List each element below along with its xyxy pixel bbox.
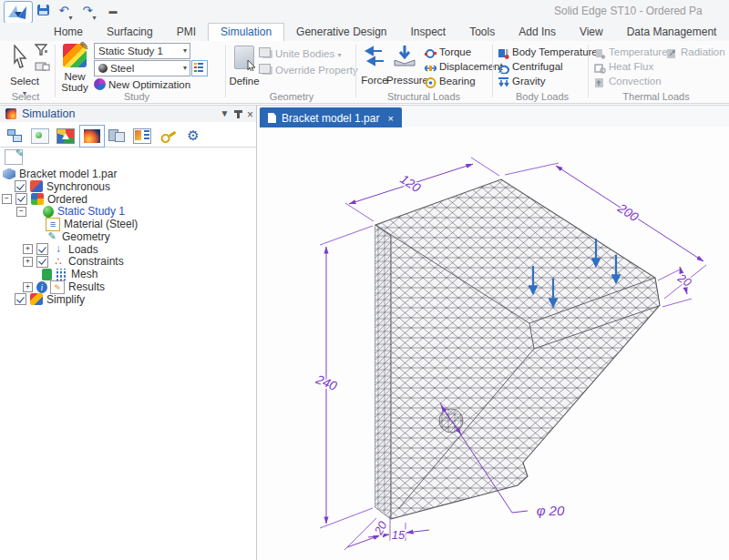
ribbon-tab-surfacing[interactable]: Surfacing — [95, 24, 165, 41]
edit-study-definition-icon[interactable] — [5, 149, 23, 165]
material-table-button[interactable] — [191, 60, 208, 76]
body-loads-group-label: Body Loads — [501, 91, 583, 102]
new-study-label[interactable]: New Study — [53, 71, 97, 93]
dim-top-width: 120 — [397, 171, 423, 195]
solid-edge-logo — [7, 4, 29, 21]
tree-item-label: Material (Steel) — [63, 218, 138, 230]
define-icon — [234, 46, 254, 69]
new-study-icon — [63, 44, 87, 67]
unite-bodies-button: Unite Bodies ▾ — [259, 47, 341, 61]
panel-header: Simulation ▼ × — [0, 106, 256, 122]
select-filter-icon[interactable] — [35, 44, 49, 60]
new-study-button[interactable] — [63, 44, 87, 67]
torque-button[interactable]: Torque — [425, 46, 471, 60]
expand-icon[interactable]: + — [23, 244, 33, 254]
panel-tab-layers[interactable] — [105, 125, 128, 146]
checkbox-checked[interactable] — [36, 256, 48, 268]
bearing-icon — [425, 77, 436, 88]
ribbon-tab-tools[interactable]: Tools — [457, 24, 507, 41]
undo-button[interactable]: ↶▾ — [55, 3, 73, 19]
panel-toolbar — [0, 148, 256, 167]
gravity-button[interactable]: Gravity — [498, 76, 545, 89]
tree-item-ordered[interactable]: −Ordered — [0, 193, 256, 206]
ribbon: Select▾ Select New Study Static Study 1▾… — [0, 41, 729, 104]
body-temperature-button[interactable]: Body Temperature — [498, 46, 598, 60]
collapse-icon[interactable]: − — [16, 207, 26, 217]
convection-icon — [594, 77, 606, 88]
select-box-icon[interactable] — [35, 60, 51, 76]
centrifugal-icon — [498, 63, 509, 74]
pressure-label[interactable]: Pressure — [386, 75, 426, 86]
study-select[interactable]: Static Study 1▾ — [94, 43, 190, 59]
tree-item-material-steel-[interactable]: Material (Steel) — [0, 218, 256, 230]
material-select[interactable]: Steel▾ — [94, 60, 190, 76]
engineering-reference-icon: ⚙ — [185, 128, 201, 142]
define-button[interactable] — [234, 46, 254, 69]
tree-item-label: Constraints — [67, 255, 124, 268]
checkbox-checked[interactable] — [15, 293, 26, 305]
ribbon-tab-simulation[interactable]: Simulation — [208, 23, 284, 41]
pin-icon[interactable] — [237, 110, 240, 118]
checkbox-checked[interactable] — [36, 243, 48, 255]
panel-tab-sensors[interactable] — [130, 125, 154, 146]
document-tab-label: Bracket model 1.par — [282, 112, 379, 125]
tree-item-mesh[interactable]: Mesh — [0, 268, 256, 280]
checkbox-checked[interactable] — [15, 193, 27, 205]
save-button[interactable] — [37, 5, 49, 15]
panel-tab-sketch[interactable] — [28, 125, 52, 146]
app-button[interactable] — [4, 1, 33, 24]
panel-tab-simulation[interactable] — [79, 125, 105, 148]
ribbon-tab-pmi[interactable]: PMI — [165, 24, 208, 41]
panel-tab-feature-library[interactable] — [54, 125, 77, 146]
ribbon-tab-add-ins[interactable]: Add Ins — [507, 24, 568, 41]
document-tab[interactable]: Bracket model 1.par × — [260, 107, 402, 128]
ribbon-tab-generative-design[interactable]: Generative Design — [284, 24, 398, 41]
tree-item-results[interactable]: +Results — [0, 280, 256, 293]
temperature-icon — [594, 48, 606, 59]
ribbon-tab-data-management[interactable]: Data Management — [615, 24, 729, 41]
tree-item-loads[interactable]: +Loads — [0, 243, 256, 256]
pressure-icon[interactable] — [392, 44, 417, 73]
expand-icon[interactable]: + — [23, 257, 33, 267]
bearing-button[interactable]: Bearing — [425, 76, 476, 89]
select-cursor-icon[interactable] — [11, 45, 31, 74]
study-group-label: Study — [100, 91, 173, 102]
panel-menu-icon[interactable]: ▼ — [219, 108, 231, 118]
ordered-icon — [31, 193, 44, 205]
model-viewport[interactable]: 120 200 20 240 15 20 φ 20 — [257, 127, 729, 560]
panel-tab-select-tools[interactable] — [156, 125, 180, 146]
title-bar: ↶▾ ↷▾ ▬ Solid Edge ST10 - Ordered Pa — [0, 0, 729, 23]
radiation-button: Radiation — [666, 46, 725, 60]
loads-icon — [52, 243, 65, 255]
bracket-body[interactable] — [375, 179, 660, 519]
tree-item-geometry[interactable]: Geometry — [0, 230, 256, 243]
ribbon-tab-view[interactable]: View — [568, 24, 615, 41]
heat-flux-button: Heat Flux — [594, 61, 653, 75]
panel-close-icon[interactable]: × — [244, 108, 256, 121]
panel-tab-pathfinder[interactable] — [3, 125, 26, 146]
displacement-button[interactable]: Displacement — [425, 61, 503, 75]
tree-item-label: Simplify — [46, 293, 85, 306]
tree-item-simplify[interactable]: Simplify — [0, 293, 256, 306]
pathfinder-icon — [6, 128, 23, 142]
tree-item-label: Bracket model 1.par — [18, 168, 117, 180]
ribbon-tab-inspect[interactable]: Inspect — [398, 24, 457, 41]
tree-item-static-study-1[interactable]: −Static Study 1 — [0, 205, 256, 218]
checkbox-checked[interactable] — [15, 180, 26, 192]
centrifugal-button[interactable]: Centrifugal — [498, 61, 563, 75]
force-icon[interactable] — [362, 46, 385, 73]
redo-button[interactable]: ↷▾ — [78, 3, 97, 19]
new-optimization-button[interactable]: New Optimization — [94, 78, 190, 92]
panel-tab-engineering-reference[interactable]: ⚙ — [181, 125, 205, 146]
quick-access-customize-button[interactable]: ▬ — [104, 3, 122, 19]
document-close-icon[interactable]: × — [387, 113, 393, 124]
tree-item-bracket-model-1-par[interactable]: Bracket model 1.par — [0, 168, 256, 180]
tree-item-label: Geometry — [61, 230, 110, 243]
thermal-loads-group-label: Thermal Loads — [606, 91, 706, 102]
collapse-icon[interactable]: − — [2, 194, 12, 204]
expand-icon[interactable]: + — [23, 282, 33, 292]
dim-top-length: 200 — [615, 200, 642, 225]
dim-base-width: 15 — [392, 528, 406, 542]
tree-item-constraints[interactable]: +Constraints — [0, 256, 256, 269]
tree-item-synchronous[interactable]: Synchronous — [0, 180, 256, 193]
